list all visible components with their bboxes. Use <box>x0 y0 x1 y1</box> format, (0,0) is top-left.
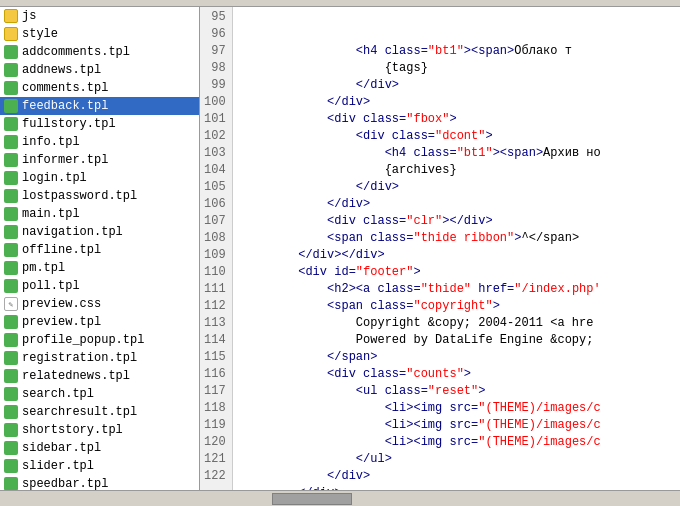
code-line: </div> <box>241 468 672 485</box>
code-line: </ul> <box>241 451 672 468</box>
line-number: 109 <box>204 247 226 264</box>
code-line: Copyright &copy; 2004-2011 <a hre <box>241 315 672 332</box>
line-number: 121 <box>204 451 226 468</box>
line-number: 100 <box>204 94 226 111</box>
code-lines[interactable]: <h4 class="bt1"><span>Облако т {tags} </… <box>233 7 680 490</box>
tpl-file-icon <box>4 189 18 203</box>
sidebar-item-navigation-tpl[interactable]: navigation.tpl <box>0 223 199 241</box>
sidebar-item-label: informer.tpl <box>22 153 108 167</box>
sidebar-item-addnews-tpl[interactable]: addnews.tpl <box>0 61 199 79</box>
tpl-file-icon <box>4 45 18 59</box>
code-editor[interactable]: 9596979899100101102103104105106107108109… <box>200 7 680 490</box>
sidebar-item-label: searchresult.tpl <box>22 405 137 419</box>
line-number: 103 <box>204 145 226 162</box>
sidebar-item-login-tpl[interactable]: login.tpl <box>0 169 199 187</box>
line-number: 119 <box>204 417 226 434</box>
line-number: 101 <box>204 111 226 128</box>
tpl-file-icon <box>4 423 18 437</box>
sidebar-item-label: comments.tpl <box>22 81 108 95</box>
sidebar-item-poll-tpl[interactable]: poll.tpl <box>0 277 199 295</box>
sidebar-item-registration-tpl[interactable]: registration.tpl <box>0 349 199 367</box>
sidebar-item-label: sidebar.tpl <box>22 441 101 455</box>
sidebar-item-label: pm.tpl <box>22 261 65 275</box>
h-scroll-thumb[interactable] <box>272 493 352 505</box>
tpl-file-icon <box>4 279 18 293</box>
sidebar-item-label: info.tpl <box>22 135 80 149</box>
sidebar-item-label: offline.tpl <box>22 243 101 257</box>
sidebar-item-preview-tpl[interactable]: preview.tpl <box>0 313 199 331</box>
tpl-file-icon <box>4 135 18 149</box>
tpl-file-icon <box>4 477 18 490</box>
sidebar-item-label: addnews.tpl <box>22 63 101 77</box>
code-line: {archives} <box>241 162 672 179</box>
line-number: 114 <box>204 332 226 349</box>
code-line: <li><img src="(THEME)/images/c <box>241 400 672 417</box>
tpl-file-icon <box>4 153 18 167</box>
sidebar-item-label: login.tpl <box>22 171 87 185</box>
sidebar-item-offline-tpl[interactable]: offline.tpl <box>0 241 199 259</box>
sidebar-item-search-tpl[interactable]: search.tpl <box>0 385 199 403</box>
code-line: <h2><a class="thide" href="/index.php' <box>241 281 672 298</box>
code-line: <div class="dcont"> <box>241 128 672 145</box>
sidebar-item-fullstory-tpl[interactable]: fullstory.tpl <box>0 115 199 133</box>
code-line: </div> <box>241 94 672 111</box>
horizontal-scrollbar[interactable] <box>0 490 680 506</box>
code-line: <div class="counts"> <box>241 366 672 383</box>
sidebar-item-label: addcomments.tpl <box>22 45 130 59</box>
sidebar-item-label: feedback.tpl <box>22 99 108 113</box>
tpl-file-icon <box>4 63 18 77</box>
tpl-file-icon <box>4 315 18 329</box>
sidebar-item-label: speedbar.tpl <box>22 477 108 490</box>
tpl-file-icon <box>4 207 18 221</box>
sidebar-item-label: shortstory.tpl <box>22 423 123 437</box>
tpl-file-icon <box>4 243 18 257</box>
sidebar-item-main-tpl[interactable]: main.tpl <box>0 205 199 223</box>
code-line: <h4 class="bt1"><span>Архив но <box>241 145 672 162</box>
sidebar-item-profile-popup-tpl[interactable]: profile_popup.tpl <box>0 331 199 349</box>
code-line: </span> <box>241 349 672 366</box>
sidebar-item-relatednews-tpl[interactable]: relatednews.tpl <box>0 367 199 385</box>
sidebar-item-feedback-tpl[interactable]: feedback.tpl <box>0 97 199 115</box>
sidebar-item-searchresult-tpl[interactable]: searchresult.tpl <box>0 403 199 421</box>
code-line: <div class="clr"></div> <box>241 213 672 230</box>
sidebar-item-label: fullstory.tpl <box>22 117 116 131</box>
tpl-file-icon <box>4 369 18 383</box>
sidebar-item-info-tpl[interactable]: info.tpl <box>0 133 199 151</box>
sidebar-item-pm-tpl[interactable]: pm.tpl <box>0 259 199 277</box>
sidebar-item-style[interactable]: style <box>0 25 199 43</box>
sidebar-item-lostpassword-tpl[interactable]: lostpassword.tpl <box>0 187 199 205</box>
line-number: 110 <box>204 264 226 281</box>
line-number: 111 <box>204 281 226 298</box>
file-list[interactable]: jsstyleaddcomments.tpladdnews.tplcomment… <box>0 7 200 490</box>
tpl-file-icon <box>4 117 18 131</box>
tpl-file-icon <box>4 333 18 347</box>
line-numbers: 9596979899100101102103104105106107108109… <box>200 7 233 490</box>
tpl-file-icon <box>4 441 18 455</box>
sidebar-item-speedbar-tpl[interactable]: speedbar.tpl <box>0 475 199 490</box>
sidebar-item-label: slider.tpl <box>22 459 94 473</box>
code-line: Powered by DataLife Engine &copy; <box>241 332 672 349</box>
sidebar-item-addcomments-tpl[interactable]: addcomments.tpl <box>0 43 199 61</box>
code-line: <li><img src="(THEME)/images/c <box>241 417 672 434</box>
main-area: jsstyleaddcomments.tpladdnews.tplcomment… <box>0 7 680 490</box>
code-line: <span class="thide ribbon">^</span> <box>241 230 672 247</box>
sidebar-item-sidebar-tpl[interactable]: sidebar.tpl <box>0 439 199 457</box>
h-scroll-track[interactable] <box>0 492 680 506</box>
sidebar-item-label: navigation.tpl <box>22 225 123 239</box>
sidebar-item-preview-css[interactable]: ✎preview.css <box>0 295 199 313</box>
tpl-file-icon <box>4 81 18 95</box>
sidebar-item-label: profile_popup.tpl <box>22 333 144 347</box>
sidebar-item-label: lostpassword.tpl <box>22 189 137 203</box>
sidebar-item-comments-tpl[interactable]: comments.tpl <box>0 79 199 97</box>
sidebar-item-informer-tpl[interactable]: informer.tpl <box>0 151 199 169</box>
code-line: <span class="copyright"> <box>241 298 672 315</box>
sidebar-item-js[interactable]: js <box>0 7 199 25</box>
sidebar-item-slider-tpl[interactable]: slider.tpl <box>0 457 199 475</box>
sidebar-item-shortstory-tpl[interactable]: shortstory.tpl <box>0 421 199 439</box>
line-number: 112 <box>204 298 226 315</box>
line-number: 113 <box>204 315 226 332</box>
code-line: <div id="footer"> <box>241 264 672 281</box>
line-number: 108 <box>204 230 226 247</box>
sidebar-item-label: js <box>22 9 36 23</box>
tpl-file-icon <box>4 405 18 419</box>
